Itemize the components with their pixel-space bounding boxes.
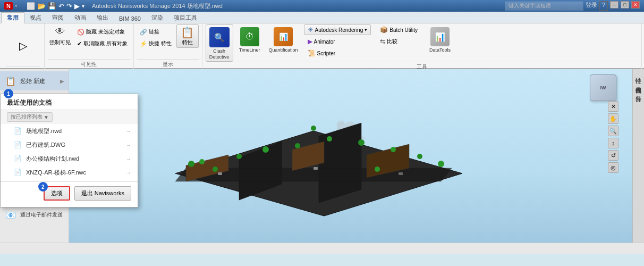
- datatools-btn[interactable]: 📊 DataTools: [427, 24, 453, 55]
- ribbon-tab-render[interactable]: 渲染: [146, 13, 168, 23]
- svg-point-19: [311, 126, 316, 131]
- svg-point-8: [199, 159, 205, 164]
- qa-play[interactable]: ▶: [74, 2, 80, 10]
- svg-rect-20: [218, 172, 222, 175]
- new-icon: 📋: [4, 74, 17, 87]
- svg-marker-2: [319, 123, 361, 203]
- ribbon-group-label-display: 显示: [137, 59, 199, 68]
- app-logo: N: [4, 2, 13, 10]
- minimize-btn[interactable]: –: [610, 1, 618, 9]
- nav-item-new[interactable]: 📋 起始 新建 ▶: [0, 71, 69, 90]
- sort-btn[interactable]: 按已排序列表 ▼: [7, 112, 53, 122]
- qa-undo[interactable]: ↶: [58, 2, 64, 10]
- svg-point-9: [236, 154, 242, 159]
- nav-tool-1[interactable]: ✕: [608, 101, 618, 112]
- nav-tool-3[interactable]: 🔍: [608, 126, 618, 136]
- qa-redo[interactable]: ↷: [66, 2, 72, 10]
- ribbon-tab-viewpoint[interactable]: 视点: [24, 13, 47, 23]
- compare-btn[interactable]: ⇆ 比较: [376, 36, 401, 47]
- qa-save[interactable]: 💾: [48, 2, 56, 10]
- svg-point-12: [327, 136, 332, 142]
- clash-detective-btn[interactable]: 🔍 ClashDetective: [206, 24, 233, 62]
- ribbon-tab-animation[interactable]: 动画: [69, 13, 91, 23]
- right-panel: 特性 保存的视点 注释: [632, 69, 644, 243]
- ribbon-group-select: ▷: [2, 23, 45, 69]
- svg-point-13: [358, 139, 365, 146]
- ribbon-tab-review[interactable]: 审阅: [47, 13, 69, 23]
- dropdown-header: 最近使用的文档: [1, 96, 138, 110]
- hide-unselected-btn[interactable]: 🚫 隐藏 未选定对象: [74, 27, 130, 37]
- title-bar-left: N ▾ ⬜ 📂 💾 ↶ ↷ ▶ ▾ Autodesk Navisworks Ma…: [4, 2, 223, 10]
- svg-point-17: [213, 167, 218, 172]
- ribbon-tab-bim360[interactable]: BIM 360: [114, 14, 146, 23]
- quick-props-btn[interactable]: ⚡ 快捷 特性: [137, 38, 174, 49]
- nav-item-email[interactable]: 📧 通过电子邮件发送: [0, 205, 69, 225]
- svg-rect-21: [313, 167, 318, 170]
- panel-label-properties[interactable]: 特性: [633, 69, 644, 78]
- dropdown-item-3[interactable]: 📄 办公楼结构计划.nwd →: [1, 152, 138, 165]
- svg-point-18: [375, 167, 380, 172]
- qa-dropdown[interactable]: ▾: [82, 3, 84, 9]
- panel-label-comments[interactable]: 注释: [633, 87, 644, 96]
- link-btn[interactable]: 🔗 链接: [137, 27, 174, 37]
- annotation-2: 2: [38, 182, 48, 192]
- dropdown-menu: 1 最近使用的文档 按已排序列表 ▼ 📄 场地模型.nwd → 📄 已有建筑.D…: [0, 94, 138, 207]
- dropdown-sort-section: 按已排序列表 ▼: [1, 110, 138, 124]
- viewport: 🐘 TUITUISOFT 腿腿教学网 IW: [69, 69, 632, 243]
- scripter-btn[interactable]: 📜 Scripter: [304, 48, 339, 59]
- view-cube[interactable]: IW: [590, 74, 616, 101]
- svg-point-7: [188, 161, 194, 167]
- properties-btn[interactable]: 📋 特性: [176, 24, 199, 48]
- ribbon-group-tools: 🔍 ClashDetective ⏱ TimeLiner 📊 Quan: [202, 23, 642, 69]
- nwc-icon-1: 📄: [13, 168, 22, 177]
- 3d-model-svg: [133, 78, 505, 237]
- select-btn[interactable]: ▷: [18, 38, 28, 53]
- quantification-btn[interactable]: 📊 Quantification: [266, 24, 301, 55]
- nav-tool-5[interactable]: ↺: [608, 150, 618, 161]
- svg-point-16: [438, 161, 444, 167]
- animator-btn[interactable]: ▶ Animator: [304, 36, 339, 47]
- dropdown-footer: 2 选项 退出 Navisworks: [1, 181, 138, 205]
- nav-tools: ✕ ✋ 🔍 ↕ ↺ ◎: [608, 101, 618, 173]
- dropdown-item-4[interactable]: 📄 XNZQ-AR-楼梯-6F.nwc →: [1, 165, 138, 179]
- ribbon-group-visibility: 👁 强制可见 🚫 隐藏 未选定对象 ✔ 取消隐藏 所有对象 可见性: [45, 23, 134, 69]
- nav-tool-6[interactable]: ◎: [608, 162, 618, 173]
- search-box[interactable]: 键入关键字或短语: [505, 1, 583, 11]
- ribbon-tab-home[interactable]: 常用: [1, 12, 24, 23]
- autodesk-rendering-btn[interactable]: ☀ Autodesk Rendering ▾: [304, 24, 371, 35]
- exit-btn[interactable]: 退出 Navisworks: [74, 186, 131, 201]
- close-btn[interactable]: ✕: [631, 1, 640, 9]
- ribbon-tab-output[interactable]: 输出: [91, 13, 114, 23]
- unhide-all-btn[interactable]: ✔ 取消隐藏 所有对象: [74, 38, 130, 49]
- qa-new[interactable]: ⬜: [27, 2, 35, 10]
- ribbon-group-label-select: [6, 66, 40, 68]
- svg-point-15: [417, 154, 422, 159]
- nwd-icon-1: 📄: [13, 127, 22, 135]
- timeliner-btn[interactable]: ⏱ TimeLiner: [236, 24, 263, 55]
- dropdown-item-1[interactable]: 📄 场地模型.nwd →: [1, 124, 138, 138]
- annotation-1: 1: [4, 89, 13, 98]
- nwd-icon-2: 📄: [13, 154, 22, 163]
- nav-tool-4[interactable]: ↕: [608, 138, 618, 148]
- dwg-icon-1: 📄: [13, 140, 22, 149]
- qa-open[interactable]: 📂: [37, 2, 46, 10]
- svg-point-10: [262, 146, 269, 153]
- title-bar-right: 键入关键字或短语 登录 ? – □ ✕: [505, 1, 640, 11]
- help-btn[interactable]: ?: [599, 1, 608, 11]
- panel-label-viewpoints[interactable]: 保存的视点: [633, 78, 644, 87]
- svg-point-14: [391, 147, 396, 152]
- title-bar: N ▾ ⬜ 📂 💾 ↶ ↷ ▶ ▾ Autodesk Navisworks Ma…: [0, 0, 644, 12]
- login-btn[interactable]: 登录: [586, 1, 597, 11]
- svg-point-11: [295, 143, 300, 148]
- nav-tool-2[interactable]: ✋: [608, 113, 618, 124]
- email-icon: 📧: [4, 209, 17, 221]
- batch-utility-btn[interactable]: 📦 Batch Utility: [376, 24, 421, 35]
- dropdown-item-2[interactable]: 📄 已有建筑.DWG →: [1, 138, 138, 152]
- force-visible-btn[interactable]: 👁 强制可见: [48, 24, 72, 48]
- ribbon-tab-project[interactable]: 项目工具: [168, 13, 202, 23]
- status-bar: [0, 243, 644, 254]
- maximize-btn[interactable]: □: [621, 1, 629, 9]
- title-text: Autodesk Navisworks Manage 2014 场地模型.nwd: [92, 2, 223, 10]
- ribbon-group-label-visibility: 可见性: [48, 59, 130, 68]
- svg-rect-22: [399, 172, 403, 175]
